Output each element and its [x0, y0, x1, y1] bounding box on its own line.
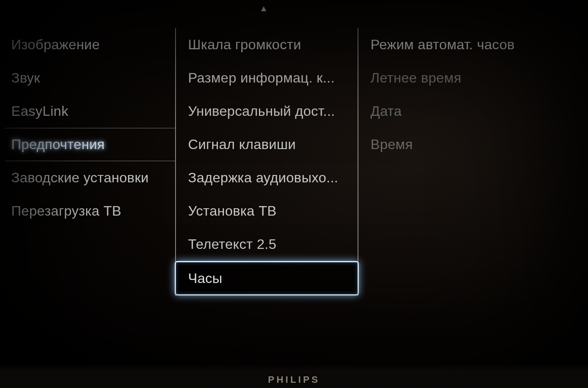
menu-container: Изображение Звук EasyLink Предпочтения З…: [5, 28, 537, 296]
menu-item-sound[interactable]: Звук: [5, 61, 175, 95]
menu-item-volume-bar[interactable]: Шкала громкости: [176, 28, 358, 61]
menu-item-image[interactable]: Изображение: [5, 28, 175, 61]
menu-item-info-size[interactable]: Размер информац. к...: [176, 61, 358, 95]
menu-item-clock[interactable]: Часы: [175, 261, 359, 296]
menu-item-auto-clock[interactable]: Режим автомат. часов: [358, 28, 536, 61]
brand-logo: PHILIPS: [268, 374, 320, 385]
menu-item-tv-setup[interactable]: Установка ТВ: [176, 194, 358, 228]
menu-item-preferences[interactable]: Предпочтения: [5, 128, 175, 161]
menu-item-easylink[interactable]: EasyLink: [5, 95, 175, 128]
menu-item-date: Дата: [358, 95, 536, 128]
menu-item-reboot[interactable]: Перезагрузка ТВ: [5, 194, 175, 228]
menu-item-key-beep[interactable]: Сигнал клавиши: [176, 128, 358, 161]
scroll-up-icon[interactable]: ▲: [259, 3, 268, 13]
menu-item-teletext[interactable]: Телетекст 2.5: [176, 228, 358, 261]
menu-item-dst: Летнее время: [358, 61, 536, 95]
menu-column-left: Изображение Звук EasyLink Предпочтения З…: [5, 28, 176, 296]
menu-column-middle: Шкала громкости Размер информац. к... Ун…: [176, 28, 358, 296]
menu-column-right: Режим автомат. часов Летнее время Дата В…: [358, 28, 536, 296]
menu-item-audio-delay[interactable]: Задержка аудиовыхо...: [176, 161, 358, 194]
menu-item-factory[interactable]: Заводские установки: [5, 161, 175, 194]
menu-item-universal-access[interactable]: Универсальный дост...: [176, 95, 358, 128]
menu-item-time: Время: [358, 128, 536, 161]
